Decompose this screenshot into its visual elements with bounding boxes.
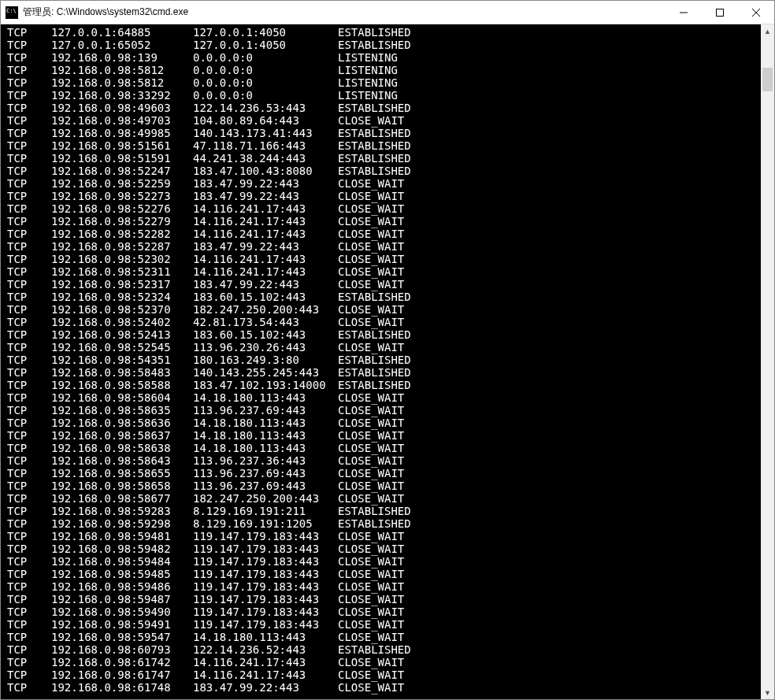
protocol-cell: TCP [7, 51, 51, 64]
protocol-cell: TCP [7, 530, 51, 543]
scroll-thumb[interactable] [762, 68, 773, 91]
local-address-cell: 192.168.0.98:52276 [51, 202, 193, 215]
local-address-cell: 192.168.0.98:51591 [51, 152, 193, 165]
local-address-cell: 192.168.0.98:52402 [51, 316, 193, 328]
local-address-cell: 192.168.0.98:54351 [51, 354, 193, 366]
protocol-cell: TCP [7, 354, 51, 366]
local-address-cell: 192.168.0.98:58655 [51, 467, 193, 480]
remote-address-cell: 14.116.241.17:443 [193, 656, 338, 669]
connection-row: TCP192.168.0.98:59487119.147.179.183:443… [7, 593, 761, 606]
state-cell: ESTABLISHED [338, 517, 411, 530]
protocol-cell: TCP [7, 291, 51, 303]
state-cell: CLOSE_WAIT [338, 492, 404, 505]
local-address-cell: 192.168.0.98:52279 [51, 215, 193, 228]
local-address-cell: 192.168.0.98:33292 [51, 89, 193, 102]
state-cell: CLOSE_WAIT [338, 530, 404, 543]
connection-row: TCP192.168.0.98:5231114.116.241.17:443CL… [7, 265, 761, 278]
remote-address-cell: 119.147.179.183:443 [193, 606, 338, 618]
local-address-cell: 192.168.0.98:59283 [51, 505, 193, 517]
protocol-cell: TCP [7, 555, 51, 568]
state-cell: CLOSE_WAIT [338, 278, 404, 291]
local-address-cell: 192.168.0.98:52287 [51, 240, 193, 253]
local-address-cell: 192.168.0.98:58643 [51, 454, 193, 467]
connection-row: TCP192.168.0.98:58635113.96.237.69:443CL… [7, 404, 761, 417]
state-cell: CLOSE_WAIT [338, 631, 404, 643]
local-address-cell: 192.168.0.98:58677 [51, 492, 193, 505]
local-address-cell: 192.168.0.98:5812 [51, 76, 193, 89]
local-address-cell: 192.168.0.98:52324 [51, 291, 193, 303]
protocol-cell: TCP [7, 102, 51, 114]
local-address-cell: 127.0.0.1:65052 [51, 39, 193, 51]
remote-address-cell: 14.116.241.17:443 [193, 215, 338, 228]
protocol-cell: TCP [7, 417, 51, 429]
titlebar[interactable]: 管理员: C:\Windows\system32\cmd.exe [1, 1, 774, 24]
remote-address-cell: 183.47.102.193:14000 [193, 379, 338, 391]
protocol-cell: TCP [7, 202, 51, 215]
connection-row: TCP192.168.0.98:6174214.116.241.17:443CL… [7, 656, 761, 669]
protocol-cell: TCP [7, 114, 51, 127]
state-cell: ESTABLISHED [338, 165, 411, 177]
vertical-scrollbar[interactable]: ▲ ▼ [761, 24, 774, 699]
cmd-icon [6, 6, 18, 19]
state-cell: ESTABLISHED [338, 152, 411, 165]
remote-address-cell: 0.0.0.0:0 [193, 76, 338, 89]
local-address-cell: 192.168.0.98:58637 [51, 429, 193, 442]
state-cell: CLOSE_WAIT [338, 568, 404, 580]
state-cell: CLOSE_WAIT [338, 303, 404, 316]
state-cell: CLOSE_WAIT [338, 543, 404, 555]
local-address-cell: 192.168.0.98:52413 [51, 328, 193, 341]
remote-address-cell: 140.143.173.41:443 [193, 127, 338, 139]
protocol-cell: TCP [7, 316, 51, 328]
remote-address-cell: 47.118.71.166:443 [193, 139, 338, 152]
protocol-cell: TCP [7, 606, 51, 618]
local-address-cell: 192.168.0.98:51561 [51, 139, 193, 152]
remote-address-cell: 14.18.180.113:443 [193, 417, 338, 429]
remote-address-cell: 113.96.237.69:443 [193, 404, 338, 417]
connection-row: TCP192.168.0.98:5863714.18.180.113:443CL… [7, 429, 761, 442]
protocol-cell: TCP [7, 492, 51, 505]
local-address-cell: 192.168.0.98:52311 [51, 265, 193, 278]
remote-address-cell: 119.147.179.183:443 [193, 530, 338, 543]
state-cell: LISTENING [338, 64, 398, 76]
local-address-cell: 192.168.0.98:59485 [51, 568, 193, 580]
connection-row: TCP192.168.0.98:52247183.47.100.43:8080E… [7, 165, 761, 177]
close-button[interactable] [738, 1, 774, 24]
connection-row: TCP192.168.0.98:54351180.163.249.3:80EST… [7, 354, 761, 366]
remote-address-cell: 14.116.241.17:443 [193, 265, 338, 278]
connection-row: TCP192.168.0.98:58643113.96.237.36:443CL… [7, 454, 761, 467]
connection-row: TCP192.168.0.98:5159144.241.38.244:443ES… [7, 152, 761, 165]
minimize-button[interactable] [666, 1, 702, 24]
state-cell: CLOSE_WAIT [338, 253, 404, 265]
protocol-cell: TCP [7, 543, 51, 555]
protocol-cell: TCP [7, 568, 51, 580]
state-cell: ESTABLISHED [338, 328, 411, 341]
protocol-cell: TCP [7, 303, 51, 316]
local-address-cell: 192.168.0.98:52302 [51, 253, 193, 265]
local-address-cell: 192.168.0.98:52247 [51, 165, 193, 177]
protocol-cell: TCP [7, 278, 51, 291]
remote-address-cell: 113.96.230.26:443 [193, 341, 338, 354]
local-address-cell: 192.168.0.98:59484 [51, 555, 193, 568]
console-output[interactable]: TCP127.0.0.1:64885127.0.0.1:4050ESTABLIS… [1, 24, 761, 699]
state-cell: CLOSE_WAIT [338, 681, 404, 694]
state-cell: CLOSE_WAIT [338, 580, 404, 593]
remote-address-cell: 104.80.89.64:443 [193, 114, 338, 127]
state-cell: ESTABLISHED [338, 379, 411, 391]
remote-address-cell: 119.147.179.183:443 [193, 555, 338, 568]
scroll-up-arrow[interactable]: ▲ [761, 24, 774, 38]
client-area: TCP127.0.0.1:64885127.0.0.1:4050ESTABLIS… [1, 24, 774, 699]
connection-row: TCP127.0.0.1:65052127.0.0.1:4050ESTABLIS… [7, 39, 761, 51]
scroll-down-arrow[interactable]: ▼ [761, 686, 774, 699]
remote-address-cell: 119.147.179.183:443 [193, 568, 338, 580]
protocol-cell: TCP [7, 26, 51, 39]
state-cell: CLOSE_WAIT [338, 114, 404, 127]
protocol-cell: TCP [7, 643, 51, 656]
state-cell: ESTABLISHED [338, 127, 411, 139]
maximize-button[interactable] [702, 1, 738, 24]
scroll-track[interactable] [761, 38, 774, 686]
state-cell: CLOSE_WAIT [338, 177, 404, 190]
state-cell: CLOSE_WAIT [338, 618, 404, 631]
state-cell: CLOSE_WAIT [338, 442, 404, 454]
state-cell: ESTABLISHED [338, 26, 411, 39]
state-cell: CLOSE_WAIT [338, 656, 404, 669]
